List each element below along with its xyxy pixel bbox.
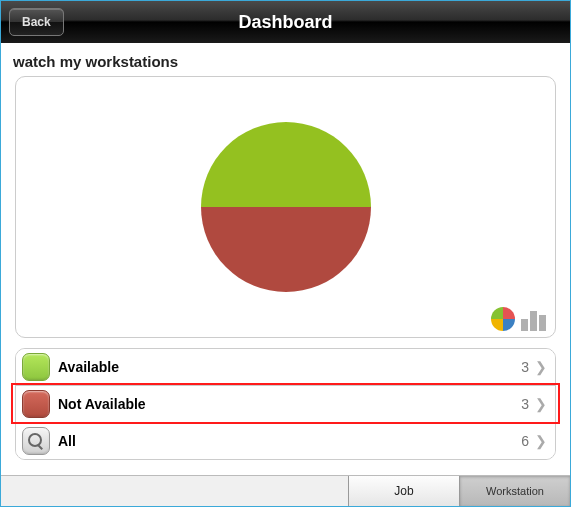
tab-workstation-label: Workstation bbox=[486, 485, 544, 497]
status-label: All bbox=[58, 433, 521, 449]
status-row-all[interactable]: All 6 ❯ bbox=[16, 422, 555, 459]
status-label: Available bbox=[58, 359, 521, 375]
footer-tabs: Job Workstation bbox=[1, 475, 570, 506]
magnifier-icon bbox=[28, 433, 44, 449]
page-title: Dashboard bbox=[1, 12, 570, 33]
pie-chart bbox=[201, 122, 371, 292]
swatch-not-available bbox=[22, 390, 50, 418]
pie-chart-icon[interactable] bbox=[491, 307, 515, 331]
back-button[interactable]: Back bbox=[9, 8, 64, 36]
chevron-right-icon: ❯ bbox=[535, 396, 547, 412]
status-count: 3 bbox=[521, 396, 529, 412]
tab-job-label: Job bbox=[394, 484, 413, 498]
swatch-available bbox=[22, 353, 50, 381]
header-bar: Back Dashboard bbox=[1, 1, 570, 43]
chart-card bbox=[15, 76, 556, 338]
status-count: 6 bbox=[521, 433, 529, 449]
status-row-not-available[interactable]: Not Available 3 ❯ bbox=[16, 385, 555, 422]
chevron-right-icon: ❯ bbox=[535, 433, 547, 449]
bar-chart-icon[interactable] bbox=[521, 309, 547, 331]
panel-title: watch my workstations bbox=[1, 43, 570, 76]
back-button-label: Back bbox=[22, 15, 51, 29]
status-row-available[interactable]: Available 3 ❯ bbox=[16, 349, 555, 385]
tab-job[interactable]: Job bbox=[348, 476, 459, 506]
status-count: 3 bbox=[521, 359, 529, 375]
swatch-all bbox=[22, 427, 50, 455]
chevron-right-icon: ❯ bbox=[535, 359, 547, 375]
status-label: Not Available bbox=[58, 396, 521, 412]
tab-workstation[interactable]: Workstation bbox=[459, 476, 570, 506]
status-list: Available 3 ❯ Not Available 3 ❯ bbox=[15, 348, 556, 460]
